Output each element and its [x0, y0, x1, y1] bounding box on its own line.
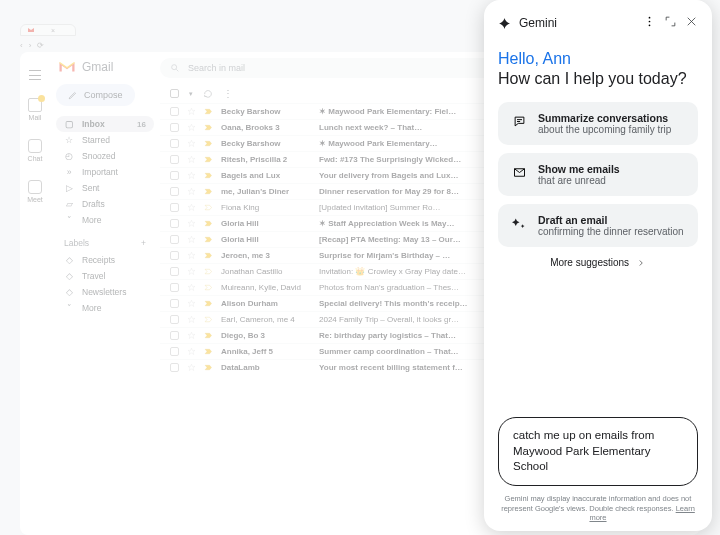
row-checkbox[interactable]	[170, 235, 179, 244]
sender: Becky Barshow	[221, 107, 311, 116]
star-icon[interactable]	[187, 123, 196, 132]
star-icon[interactable]	[187, 107, 196, 116]
row-checkbox[interactable]	[170, 315, 179, 324]
star-icon[interactable]	[187, 235, 196, 244]
row-checkbox[interactable]	[170, 187, 179, 196]
label-icon: ˅	[64, 303, 74, 313]
importance-icon[interactable]	[204, 267, 213, 276]
more-suggestions-button[interactable]: More suggestions	[498, 257, 698, 268]
importance-icon[interactable]	[204, 363, 213, 372]
star-icon[interactable]	[187, 331, 196, 340]
importance-icon[interactable]	[204, 139, 213, 148]
star-icon[interactable]	[187, 251, 196, 260]
tab-close-icon[interactable]: ×	[51, 27, 55, 34]
star-icon[interactable]	[187, 315, 196, 324]
gemini-prompt-input[interactable]: catch me up on emails from Maywood Park …	[498, 417, 698, 486]
row-checkbox[interactable]	[170, 347, 179, 356]
add-label-icon[interactable]: +	[141, 238, 146, 248]
nav-back-icon[interactable]: ‹	[20, 41, 23, 50]
folder-label: Important	[82, 167, 118, 177]
more-icon[interactable]: ⋮	[223, 88, 233, 99]
folder-drafts[interactable]: ▱Drafts	[56, 196, 154, 212]
importance-icon[interactable]	[204, 331, 213, 340]
row-checkbox[interactable]	[170, 299, 179, 308]
sidebar: Gmail Compose ▢Inbox16☆Starred◴Snoozed»I…	[50, 52, 160, 535]
star-icon[interactable]	[187, 267, 196, 276]
importance-icon[interactable]	[204, 219, 213, 228]
row-checkbox[interactable]	[170, 363, 179, 372]
label-newsletters[interactable]: ◇Newsletters	[56, 284, 154, 300]
sender: me, Julian's Diner	[221, 187, 311, 196]
star-icon[interactable]	[187, 139, 196, 148]
suggestion-title: Draft an email	[538, 214, 684, 226]
importance-icon[interactable]	[204, 187, 213, 196]
compose-button[interactable]: Compose	[56, 84, 135, 106]
rail-item-mail[interactable]: Mail	[28, 98, 42, 121]
row-checkbox[interactable]	[170, 331, 179, 340]
nav-reload-icon[interactable]: ⟳	[37, 41, 44, 50]
select-all-checkbox[interactable]	[170, 89, 179, 98]
star-icon[interactable]	[187, 283, 196, 292]
star-icon[interactable]	[187, 299, 196, 308]
rail-item-chat[interactable]: Chat	[28, 139, 43, 162]
importance-icon[interactable]	[204, 203, 213, 212]
sender: Gloria Hill	[221, 235, 311, 244]
star-icon[interactable]	[187, 219, 196, 228]
suggestion-list: Summarize conversationsabout the upcomin…	[498, 102, 698, 247]
nav-fwd-icon[interactable]: ›	[29, 41, 32, 50]
star-icon[interactable]	[187, 347, 196, 356]
label-more[interactable]: ˅More	[56, 300, 154, 316]
panel-expand-icon[interactable]	[664, 14, 677, 32]
importance-icon[interactable]	[204, 171, 213, 180]
row-checkbox[interactable]	[170, 251, 179, 260]
suggestion-card[interactable]: Draft an emailconfirming the dinner rese…	[498, 204, 698, 247]
row-checkbox[interactable]	[170, 123, 179, 132]
row-checkbox[interactable]	[170, 267, 179, 276]
row-checkbox[interactable]	[170, 155, 179, 164]
row-checkbox[interactable]	[170, 171, 179, 180]
panel-close-icon[interactable]	[685, 14, 698, 32]
star-icon[interactable]	[187, 171, 196, 180]
label-travel[interactable]: ◇Travel	[56, 268, 154, 284]
folder-icon: ◴	[64, 151, 74, 161]
suggestion-card[interactable]: Show me emailsthat are unread	[498, 153, 698, 196]
gmail-favicon	[27, 26, 35, 34]
importance-icon[interactable]	[204, 107, 213, 116]
star-icon[interactable]	[187, 155, 196, 164]
importance-icon[interactable]	[204, 299, 213, 308]
importance-icon[interactable]	[204, 251, 213, 260]
suggestion-icon	[510, 214, 528, 232]
rail-item-meet[interactable]: Meet	[27, 180, 43, 203]
importance-icon[interactable]	[204, 347, 213, 356]
folder-more[interactable]: ˅More	[56, 212, 154, 228]
star-icon[interactable]	[187, 187, 196, 196]
star-icon[interactable]	[187, 203, 196, 212]
row-checkbox[interactable]	[170, 139, 179, 148]
importance-icon[interactable]	[204, 123, 213, 132]
greeting-text: Hello, Ann	[498, 50, 698, 68]
star-icon[interactable]	[187, 363, 196, 372]
panel-menu-icon[interactable]	[643, 14, 656, 32]
folder-sent[interactable]: ▷Sent	[56, 180, 154, 196]
folder-snoozed[interactable]: ◴Snoozed	[56, 148, 154, 164]
importance-icon[interactable]	[204, 283, 213, 292]
row-checkbox[interactable]	[170, 203, 179, 212]
row-checkbox[interactable]	[170, 219, 179, 228]
suggestion-card[interactable]: Summarize conversationsabout the upcomin…	[498, 102, 698, 145]
row-checkbox[interactable]	[170, 283, 179, 292]
refresh-icon[interactable]	[203, 89, 213, 99]
folder-important[interactable]: »Important	[56, 164, 154, 180]
sender: Earl, Cameron, me 4	[221, 315, 311, 324]
select-all-chevron-icon[interactable]: ▾	[189, 90, 193, 98]
hamburger-icon[interactable]	[29, 70, 41, 80]
importance-icon[interactable]	[204, 155, 213, 164]
importance-icon[interactable]	[204, 235, 213, 244]
rail-label: Mail	[29, 114, 42, 121]
label-receipts[interactable]: ◇Receipts	[56, 252, 154, 268]
folder-starred[interactable]: ☆Starred	[56, 132, 154, 148]
browser-tab[interactable]: ×	[20, 24, 76, 36]
folder-inbox[interactable]: ▢Inbox16	[56, 116, 154, 132]
folder-icon: ▱	[64, 199, 74, 209]
row-checkbox[interactable]	[170, 107, 179, 116]
importance-icon[interactable]	[204, 315, 213, 324]
